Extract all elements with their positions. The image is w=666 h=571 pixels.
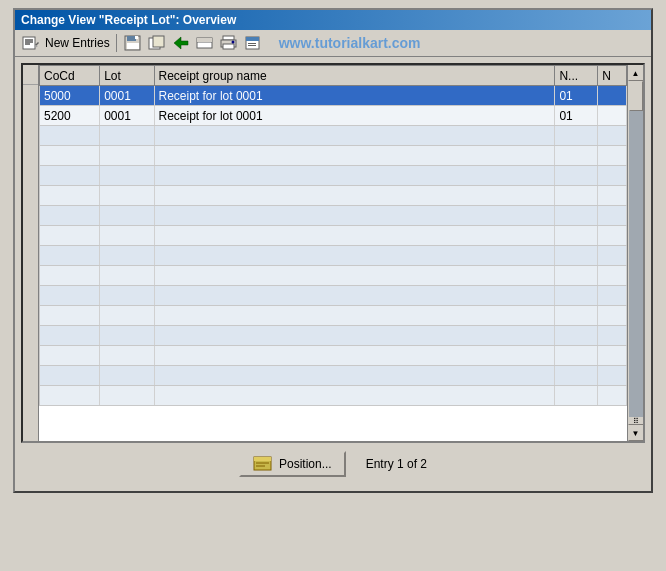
empty-cell (154, 186, 555, 206)
cell-n2 (598, 106, 627, 126)
position-icon (253, 456, 273, 472)
table-row-empty (40, 226, 627, 246)
entry-info: Entry 1 of 2 (366, 457, 427, 471)
table-wrapper: CoCd Lot Receipt group name N... N 50000… (23, 65, 643, 441)
empty-cell (100, 166, 154, 186)
empty-cell (555, 286, 598, 306)
save-icon[interactable] (123, 34, 143, 52)
empty-cell (40, 206, 100, 226)
scroll-thumb[interactable] (629, 81, 643, 111)
table-row-empty (40, 266, 627, 286)
empty-cell (154, 126, 555, 146)
svg-rect-14 (223, 36, 234, 40)
col-header-cocd: CoCd (40, 66, 100, 86)
empty-cell (555, 126, 598, 146)
col-header-lot: Lot (100, 66, 154, 86)
cell-cocd: 5000 (40, 86, 100, 106)
scroll-resize[interactable]: ⠿ (628, 417, 644, 425)
empty-cell (100, 366, 154, 386)
empty-cell (555, 326, 598, 346)
svg-rect-13 (197, 38, 212, 42)
table-row-empty (40, 126, 627, 146)
scroll-up-button[interactable]: ▲ (628, 65, 644, 81)
empty-cell (40, 386, 100, 406)
empty-cell (40, 306, 100, 326)
table-container: CoCd Lot Receipt group name N... N 50000… (21, 63, 645, 443)
cell-name: Receipt for lot 0001 (154, 86, 555, 106)
empty-cell (598, 186, 627, 206)
col-header-name: Receipt group name (154, 66, 555, 86)
table-row-empty (40, 286, 627, 306)
move-icon[interactable] (195, 34, 215, 52)
main-window: Change View "Receipt Lot": Overview New … (13, 8, 653, 493)
empty-cell (100, 126, 154, 146)
empty-cell (598, 126, 627, 146)
bottom-bar: Position... Entry 1 of 2 (21, 443, 645, 485)
svg-point-17 (231, 41, 234, 44)
window-title: Change View "Receipt Lot": Overview (21, 13, 236, 27)
empty-cell (100, 246, 154, 266)
table-row-empty (40, 326, 627, 346)
toolbar: New Entries (15, 30, 651, 57)
col-header-n1: N... (555, 66, 598, 86)
empty-cell (100, 266, 154, 286)
empty-cell (40, 166, 100, 186)
position-button[interactable]: Position... (239, 451, 346, 477)
svg-rect-5 (127, 36, 136, 41)
empty-cell (100, 146, 154, 166)
new-entries-icon[interactable] (21, 34, 41, 52)
empty-cell (100, 226, 154, 246)
svg-rect-16 (223, 44, 234, 49)
table-row[interactable]: 50000001Receipt for lot 000101 (40, 86, 627, 106)
back-icon[interactable] (171, 34, 191, 52)
vertical-scrollbar: ▲ ⠿ ▼ (627, 65, 643, 441)
cell-lot: 0001 (100, 106, 154, 126)
print-icon[interactable] (219, 34, 239, 52)
empty-cell (100, 206, 154, 226)
table-row-empty (40, 206, 627, 226)
empty-cell (555, 386, 598, 406)
empty-cell (40, 186, 100, 206)
empty-cell (154, 366, 555, 386)
empty-cell (40, 326, 100, 346)
horizontal-scroll-area: ◄ ► ◄ ► (23, 441, 643, 443)
empty-cell (40, 266, 100, 286)
table-row-empty (40, 366, 627, 386)
svg-rect-0 (23, 37, 35, 49)
col-header-n2[interactable]: N (598, 66, 627, 86)
empty-cell (40, 246, 100, 266)
empty-cell (154, 346, 555, 366)
empty-cell (598, 326, 627, 346)
empty-cell (555, 206, 598, 226)
svg-rect-21 (248, 45, 256, 46)
title-bar: Change View "Receipt Lot": Overview (15, 10, 651, 30)
empty-cell (598, 146, 627, 166)
empty-cell (100, 386, 154, 406)
empty-cell (598, 226, 627, 246)
scroll-down-button[interactable]: ▼ (628, 425, 644, 441)
empty-cell (154, 326, 555, 346)
empty-cell (154, 146, 555, 166)
empty-cell (598, 286, 627, 306)
new-entries-label[interactable]: New Entries (45, 36, 110, 50)
empty-cell (154, 286, 555, 306)
empty-cell (555, 366, 598, 386)
empty-cell (555, 266, 598, 286)
empty-cell (154, 266, 555, 286)
table-row-empty (40, 166, 627, 186)
svg-rect-7 (135, 36, 138, 39)
cell-lot: 0001 (100, 86, 154, 106)
table-row[interactable]: 52000001Receipt for lot 000101 (40, 106, 627, 126)
empty-cell (100, 286, 154, 306)
table-row-empty (40, 146, 627, 166)
svg-rect-20 (248, 43, 256, 44)
empty-cell (40, 126, 100, 146)
empty-cell (100, 326, 154, 346)
empty-cell (100, 346, 154, 366)
empty-cell (555, 346, 598, 366)
settings-icon[interactable] (243, 34, 263, 52)
empty-cell (555, 226, 598, 246)
empty-cell (40, 146, 100, 166)
row-header (23, 65, 39, 441)
copy-icon[interactable] (147, 34, 167, 52)
